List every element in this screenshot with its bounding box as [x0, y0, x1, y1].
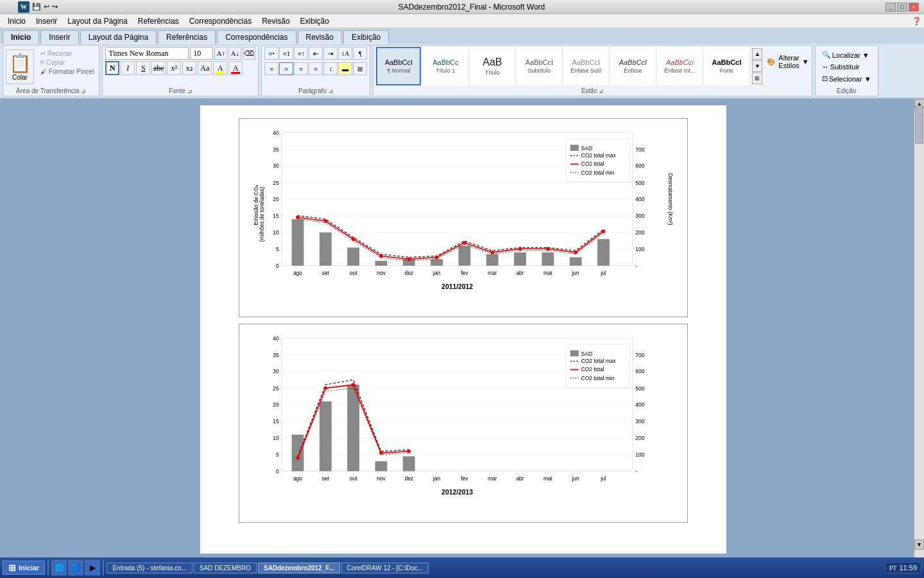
- tab-layout[interactable]: Layout da Página: [80, 30, 157, 44]
- font-size-input[interactable]: 10: [190, 47, 213, 60]
- style-titulo[interactable]: AaB Título: [470, 47, 515, 85]
- tab-inserir[interactable]: Inserir: [40, 30, 78, 44]
- font-row1: Times New Roman 10 A↑ A↓ ⌫: [105, 47, 255, 60]
- align-right-button[interactable]: ≡: [294, 62, 308, 75]
- style-titulo1[interactable]: AaBbCc Título 1: [423, 47, 468, 85]
- quick-access-redo[interactable]: ↪: [52, 3, 58, 11]
- alterar-estilos-button[interactable]: 🎨 AlterarEstilos ▼: [767, 54, 809, 69]
- subscript-button[interactable]: x₂: [182, 61, 196, 75]
- font-name-input[interactable]: Times New Roman: [105, 47, 189, 60]
- svg-text:jan: jan: [432, 475, 441, 482]
- align-center-button[interactable]: ≡: [279, 62, 293, 75]
- quick-access-save[interactable]: 💾: [32, 3, 41, 11]
- highlight-button[interactable]: A: [213, 61, 227, 75]
- justify-button[interactable]: ≡: [309, 62, 323, 75]
- media-icon[interactable]: ▶: [85, 560, 100, 575]
- styles-scroll-up[interactable]: ▲: [752, 48, 762, 60]
- show-marks-button[interactable]: ¶: [353, 47, 367, 60]
- superscript-button[interactable]: x²: [167, 61, 181, 75]
- svg-text:nov: nov: [377, 475, 386, 482]
- borders-button[interactable]: ⊞: [353, 62, 367, 75]
- menu-correspondencias[interactable]: Correspondências: [184, 15, 257, 27]
- search-icon: 🔍: [822, 51, 831, 59]
- line-spacing-button[interactable]: ↕: [323, 62, 338, 75]
- taskbar-word[interactable]: SADdezembro2012_F...: [258, 563, 340, 574]
- multilevel-button[interactable]: ≡↑: [294, 47, 308, 60]
- font-row2: N I S abc x² x₂ Aa A A: [105, 61, 255, 75]
- scroll-down-button[interactable]: ▼: [914, 539, 924, 550]
- bar-mar-1: [486, 254, 499, 266]
- tab-exibicao[interactable]: Exibição: [343, 30, 389, 44]
- tab-correspondencias[interactable]: Correspondências: [217, 30, 296, 44]
- taskbar-coreldraw[interactable]: CorelDRAW 12 - [C:\Doc...: [341, 563, 429, 574]
- increase-indent-button[interactable]: ⇥: [323, 47, 338, 60]
- text-case-button[interactable]: Aa: [198, 61, 212, 75]
- selecionar-button[interactable]: ⊡ Selecionar ▼: [818, 73, 875, 84]
- minimize-button[interactable]: _: [886, 3, 896, 12]
- localizar-button[interactable]: 🔍 Localizar ▼: [818, 49, 875, 60]
- svg-text:jan: jan: [432, 270, 441, 276]
- decrease-indent-button[interactable]: ⇤: [309, 47, 323, 60]
- tab-revisao[interactable]: Revisão: [298, 30, 342, 44]
- svg-text:20: 20: [273, 196, 279, 202]
- clear-format-button[interactable]: ⌫: [243, 47, 255, 60]
- tab-referencias[interactable]: Referências: [158, 30, 216, 44]
- taskbar-sad[interactable]: SAD DEZEMBRO: [194, 563, 257, 574]
- font-color-button[interactable]: A: [228, 61, 243, 75]
- svg-text:0: 0: [276, 468, 279, 475]
- style-enfase[interactable]: AaBbCcI Ênfase: [610, 47, 655, 85]
- ie-icon[interactable]: 🌐: [51, 560, 67, 575]
- scroll-thumb[interactable]: [915, 105, 923, 144]
- taskbar-entrada[interactable]: Entrada (5) - stefania.co...: [107, 563, 193, 574]
- italic-button[interactable]: I: [121, 61, 135, 75]
- underline-button[interactable]: S: [136, 61, 150, 75]
- browser-icon[interactable]: 🔵: [68, 560, 83, 575]
- format-painter-button[interactable]: 🖌 Formatar Pincel: [38, 67, 96, 76]
- styles-scroll-down[interactable]: ▼: [752, 60, 762, 72]
- quick-access-undo[interactable]: ↩: [44, 3, 49, 11]
- strikethrough-button[interactable]: abc: [151, 61, 166, 75]
- align-left-button[interactable]: ≡: [264, 62, 278, 75]
- app-icon: W: [18, 1, 30, 13]
- help-icon[interactable]: ❓: [912, 17, 921, 26]
- menu-referencias[interactable]: Referências: [133, 15, 184, 27]
- style-enfase-sutil[interactable]: AaBbCcI Ênfase Sutil: [563, 47, 608, 85]
- menu-inicio[interactable]: Inicio: [3, 15, 31, 27]
- svg-text:mar: mar: [488, 475, 497, 482]
- bullets-button[interactable]: ≡•: [264, 47, 278, 60]
- svg-text:nov: nov: [377, 270, 386, 276]
- svg-text:SAD: SAD: [581, 351, 592, 357]
- svg-text:30: 30: [273, 368, 279, 374]
- svg-text:0: 0: [276, 263, 279, 269]
- close-button[interactable]: ×: [909, 3, 919, 12]
- styles-expand[interactable]: ⊞: [752, 73, 762, 84]
- substituir-button[interactable]: ↔ Substituir: [818, 62, 875, 72]
- numbering-button[interactable]: ≡1: [279, 47, 293, 60]
- font-shrink-button[interactable]: A↓: [228, 47, 241, 60]
- style-normal[interactable]: AaBbCcI ¶ Normal: [376, 47, 421, 85]
- tab-inicio[interactable]: Inicio: [3, 30, 39, 44]
- paste-label: Colar: [12, 74, 28, 81]
- bold-button[interactable]: N: [105, 61, 119, 75]
- start-button[interactable]: ⊞ Iniciar: [3, 561, 45, 575]
- edit-buttons: 🔍 Localizar ▼ ↔ Substituir ⊡ Selecionar …: [818, 47, 875, 93]
- alterar-estilos-arrow: ▼: [802, 58, 809, 66]
- copy-button[interactable]: ⎘ Copiar: [38, 58, 96, 67]
- menu-inserir[interactable]: Inserir: [31, 15, 62, 27]
- maximize-button[interactable]: □: [897, 3, 907, 12]
- window-title: SADdezembro2012_Final - Microsoft Word: [58, 3, 886, 12]
- shading-button[interactable]: ▬: [338, 62, 352, 75]
- sort-button[interactable]: ↕A: [338, 47, 352, 60]
- menu-exibicao[interactable]: Exibição: [295, 15, 334, 27]
- window-controls[interactable]: _ □ ×: [886, 3, 919, 12]
- style-forte[interactable]: AaBbCcI Forte: [704, 47, 749, 85]
- cut-button[interactable]: ✂ Recortar: [38, 49, 96, 58]
- menu-layout[interactable]: Layout da Página: [62, 15, 132, 27]
- vertical-scrollbar[interactable]: ▲ ▼: [914, 99, 924, 560]
- menu-revisao[interactable]: Revisão: [257, 15, 295, 27]
- style-subtitulo-sample: AaBbCcI: [526, 58, 553, 66]
- paste-button[interactable]: 📋 Colar: [6, 49, 34, 84]
- style-subtitulo[interactable]: AaBbCcI Subtítulo: [517, 47, 561, 85]
- font-grow-button[interactable]: A↑: [214, 47, 227, 60]
- style-enfase-int[interactable]: AaBbCci Ênfase Int...: [657, 47, 702, 85]
